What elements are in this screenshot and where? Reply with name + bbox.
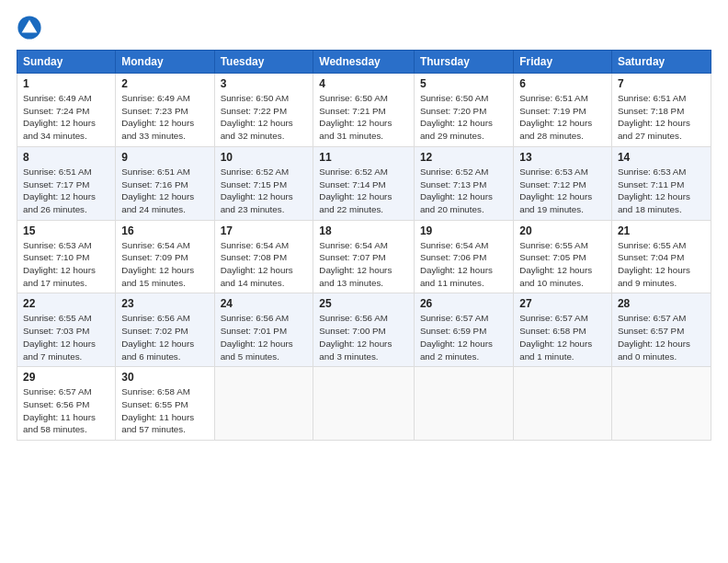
- calendar-cell: 16Sunrise: 6:54 AMSunset: 7:09 PMDayligh…: [116, 220, 214, 293]
- day-info: Sunrise: 6:52 AMSunset: 7:14 PMDaylight:…: [319, 166, 408, 216]
- calendar-cell: 15Sunrise: 6:53 AMSunset: 7:10 PMDayligh…: [17, 220, 116, 293]
- day-info: Sunrise: 6:52 AMSunset: 7:15 PMDaylight:…: [221, 166, 308, 216]
- day-number: 22: [23, 297, 109, 310]
- calendar-cell: 19Sunrise: 6:54 AMSunset: 7:06 PMDayligh…: [414, 220, 513, 293]
- day-info: Sunrise: 6:49 AMSunset: 7:23 PMDaylight:…: [121, 92, 208, 143]
- calendar-cell: 20Sunrise: 6:55 AMSunset: 7:05 PMDayligh…: [514, 220, 612, 293]
- calendar-week-1: 1Sunrise: 6:49 AMSunset: 7:24 PMDaylight…: [17, 74, 711, 147]
- day-info: Sunrise: 6:54 AMSunset: 7:07 PMDaylight:…: [319, 239, 408, 290]
- calendar-cell: 28Sunrise: 6:57 AMSunset: 6:57 PMDayligh…: [611, 293, 711, 367]
- day-number: 12: [420, 151, 507, 164]
- day-number: 1: [23, 77, 109, 90]
- calendar-cell: 29Sunrise: 6:57 AMSunset: 6:56 PMDayligh…: [17, 367, 116, 441]
- day-info: Sunrise: 6:51 AMSunset: 7:16 PMDaylight:…: [121, 166, 208, 216]
- calendar-header-row: SundayMondayTuesdayWednesdayThursdayFrid…: [17, 51, 711, 74]
- calendar-cell: 1Sunrise: 6:49 AMSunset: 7:24 PMDaylight…: [17, 74, 116, 147]
- calendar-cell: 2Sunrise: 6:49 AMSunset: 7:23 PMDaylight…: [116, 74, 214, 147]
- day-number: 4: [319, 77, 408, 90]
- day-number: 21: [618, 224, 705, 237]
- day-number: 23: [121, 297, 208, 310]
- day-info: Sunrise: 6:55 AMSunset: 7:04 PMDaylight:…: [618, 239, 705, 290]
- day-number: 25: [319, 297, 408, 310]
- calendar-cell: 23Sunrise: 6:56 AMSunset: 7:02 PMDayligh…: [116, 293, 214, 367]
- day-number: 26: [420, 297, 507, 310]
- page: SundayMondayTuesdayWednesdayThursdayFrid…: [0, 0, 728, 563]
- day-number: 29: [23, 371, 109, 384]
- day-header-tuesday: Tuesday: [214, 51, 313, 74]
- day-info: Sunrise: 6:53 AMSunset: 7:11 PMDaylight:…: [618, 166, 705, 216]
- calendar-cell: [313, 367, 415, 441]
- calendar-cell: 22Sunrise: 6:55 AMSunset: 7:03 PMDayligh…: [17, 293, 116, 367]
- day-info: Sunrise: 6:54 AMSunset: 7:09 PMDaylight:…: [121, 239, 208, 290]
- calendar-cell: 7Sunrise: 6:51 AMSunset: 7:18 PMDaylight…: [611, 74, 711, 147]
- calendar-cell: [514, 367, 612, 441]
- day-info: Sunrise: 6:53 AMSunset: 7:10 PMDaylight:…: [23, 239, 109, 290]
- day-info: Sunrise: 6:51 AMSunset: 7:18 PMDaylight:…: [618, 92, 705, 143]
- calendar-cell: 5Sunrise: 6:50 AMSunset: 7:20 PMDaylight…: [414, 74, 513, 147]
- day-number: 8: [23, 151, 109, 164]
- day-info: Sunrise: 6:50 AMSunset: 7:21 PMDaylight:…: [319, 92, 408, 143]
- day-info: Sunrise: 6:50 AMSunset: 7:22 PMDaylight:…: [221, 92, 308, 143]
- header: [17, 15, 711, 40]
- day-info: Sunrise: 6:55 AMSunset: 7:05 PMDaylight:…: [519, 239, 606, 290]
- day-header-saturday: Saturday: [611, 51, 711, 74]
- day-number: 2: [121, 77, 208, 90]
- day-number: 5: [420, 77, 507, 90]
- calendar-cell: [214, 367, 313, 441]
- day-info: Sunrise: 6:58 AMSunset: 6:55 PMDaylight:…: [121, 385, 208, 436]
- day-info: Sunrise: 6:49 AMSunset: 7:24 PMDaylight:…: [23, 92, 109, 143]
- day-info: Sunrise: 6:57 AMSunset: 6:57 PMDaylight:…: [618, 312, 705, 362]
- day-number: 6: [519, 77, 606, 90]
- logo: [17, 15, 44, 40]
- day-info: Sunrise: 6:52 AMSunset: 7:13 PMDaylight:…: [420, 166, 507, 216]
- calendar-cell: [611, 367, 711, 441]
- day-header-wednesday: Wednesday: [313, 51, 415, 74]
- calendar-cell: 18Sunrise: 6:54 AMSunset: 7:07 PMDayligh…: [313, 220, 415, 293]
- day-number: 13: [519, 151, 606, 164]
- day-number: 18: [319, 224, 408, 237]
- day-number: 10: [221, 151, 308, 164]
- day-number: 9: [121, 151, 208, 164]
- day-number: 16: [121, 224, 208, 237]
- day-header-thursday: Thursday: [414, 51, 513, 74]
- calendar-week-4: 22Sunrise: 6:55 AMSunset: 7:03 PMDayligh…: [17, 293, 711, 367]
- day-info: Sunrise: 6:51 AMSunset: 7:19 PMDaylight:…: [519, 92, 606, 143]
- day-info: Sunrise: 6:54 AMSunset: 7:06 PMDaylight:…: [420, 239, 507, 290]
- calendar-week-5: 29Sunrise: 6:57 AMSunset: 6:56 PMDayligh…: [17, 367, 711, 441]
- calendar-cell: 10Sunrise: 6:52 AMSunset: 7:15 PMDayligh…: [214, 146, 313, 220]
- day-info: Sunrise: 6:54 AMSunset: 7:08 PMDaylight:…: [221, 239, 308, 290]
- day-number: 28: [618, 297, 705, 310]
- day-info: Sunrise: 6:56 AMSunset: 7:01 PMDaylight:…: [221, 312, 308, 362]
- calendar-cell: [414, 367, 513, 441]
- calendar-cell: 27Sunrise: 6:57 AMSunset: 6:58 PMDayligh…: [514, 293, 612, 367]
- calendar-cell: 12Sunrise: 6:52 AMSunset: 7:13 PMDayligh…: [414, 146, 513, 220]
- calendar-week-2: 8Sunrise: 6:51 AMSunset: 7:17 PMDaylight…: [17, 146, 711, 220]
- day-number: 19: [420, 224, 507, 237]
- day-number: 24: [221, 297, 308, 310]
- day-number: 27: [519, 297, 606, 310]
- day-number: 14: [618, 151, 705, 164]
- calendar-cell: 9Sunrise: 6:51 AMSunset: 7:16 PMDaylight…: [116, 146, 214, 220]
- calendar-cell: 8Sunrise: 6:51 AMSunset: 7:17 PMDaylight…: [17, 146, 116, 220]
- day-info: Sunrise: 6:57 AMSunset: 6:56 PMDaylight:…: [23, 385, 109, 436]
- calendar-cell: 17Sunrise: 6:54 AMSunset: 7:08 PMDayligh…: [214, 220, 313, 293]
- day-info: Sunrise: 6:57 AMSunset: 6:58 PMDaylight:…: [519, 312, 606, 362]
- day-info: Sunrise: 6:57 AMSunset: 6:59 PMDaylight:…: [420, 312, 507, 362]
- day-number: 30: [121, 371, 208, 384]
- day-number: 15: [23, 224, 109, 237]
- calendar-cell: 30Sunrise: 6:58 AMSunset: 6:55 PMDayligh…: [116, 367, 214, 441]
- day-info: Sunrise: 6:50 AMSunset: 7:20 PMDaylight:…: [420, 92, 507, 143]
- day-number: 11: [319, 151, 408, 164]
- day-header-sunday: Sunday: [17, 51, 116, 74]
- calendar-cell: 24Sunrise: 6:56 AMSunset: 7:01 PMDayligh…: [214, 293, 313, 367]
- day-info: Sunrise: 6:51 AMSunset: 7:17 PMDaylight:…: [23, 166, 109, 216]
- calendar-cell: 26Sunrise: 6:57 AMSunset: 6:59 PMDayligh…: [414, 293, 513, 367]
- day-info: Sunrise: 6:56 AMSunset: 7:00 PMDaylight:…: [319, 312, 408, 362]
- logo-icon: [17, 15, 42, 40]
- calendar-cell: 13Sunrise: 6:53 AMSunset: 7:12 PMDayligh…: [514, 146, 612, 220]
- calendar-table: SundayMondayTuesdayWednesdayThursdayFrid…: [17, 50, 711, 441]
- day-number: 20: [519, 224, 606, 237]
- calendar-week-3: 15Sunrise: 6:53 AMSunset: 7:10 PMDayligh…: [17, 220, 711, 293]
- calendar-cell: 25Sunrise: 6:56 AMSunset: 7:00 PMDayligh…: [313, 293, 415, 367]
- day-header-monday: Monday: [116, 51, 214, 74]
